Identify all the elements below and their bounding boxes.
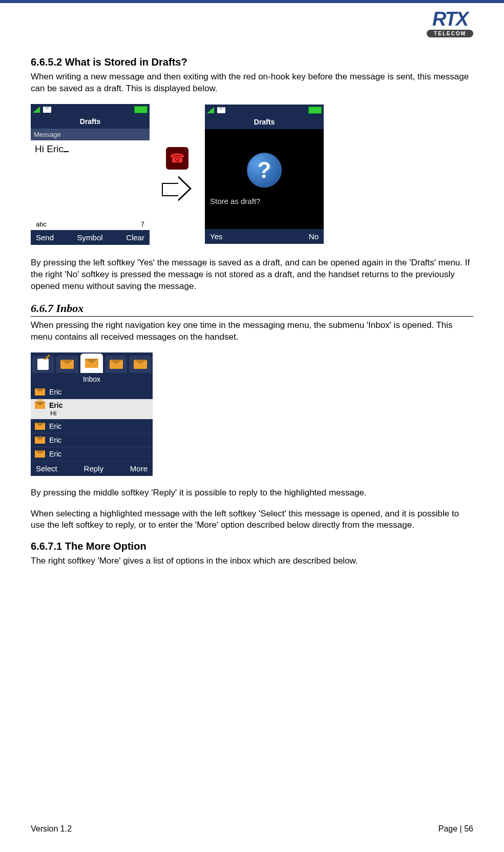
list-item-selected[interactable]: Eric Hi bbox=[31, 399, 153, 420]
arrow-right-icon bbox=[162, 176, 193, 201]
screen-inbox: Inbox Eric Eric Hi Eric bbox=[31, 352, 153, 476]
question-icon: ? bbox=[247, 153, 282, 188]
softkey-more[interactable]: More bbox=[130, 464, 148, 473]
para-1: When writing a new message and then exit… bbox=[31, 71, 473, 95]
softkey-symbol[interactable]: Symbol bbox=[77, 233, 103, 242]
softkey-reply[interactable]: Reply bbox=[84, 464, 103, 473]
figure-drafts-flow: Drafts Message Hi Eric abc 7 Send Symbol… bbox=[31, 104, 473, 245]
heading-667: 6.6.7 Inbox bbox=[31, 302, 473, 317]
inbox-list: Eric Eric Hi Eric Eric bbox=[31, 385, 153, 461]
sender-name: Eric bbox=[49, 436, 61, 444]
para-3: When pressing the right navigation key o… bbox=[31, 320, 473, 343]
envelope-icon bbox=[35, 388, 45, 396]
logo: RTX TELECOM bbox=[427, 9, 473, 37]
open-envelope-icon bbox=[85, 359, 98, 368]
logo-subtext: TELECOM bbox=[427, 30, 473, 37]
screen-store-dialog: Drafts ? Store as draft? Yes No bbox=[205, 105, 324, 244]
battery-icon bbox=[134, 106, 148, 113]
tab-settings[interactable] bbox=[129, 356, 152, 373]
screen-title: Drafts bbox=[31, 115, 150, 129]
sender-name: Eric bbox=[49, 422, 61, 430]
sender-name: Eric bbox=[49, 450, 61, 458]
screen-title: Drafts bbox=[205, 116, 324, 129]
logo-text: RTX bbox=[432, 9, 468, 29]
envelope-icon bbox=[134, 360, 147, 369]
screen-drafts-compose: Drafts Message Hi Eric abc 7 Send Symbol… bbox=[31, 104, 150, 245]
softkey-send[interactable]: Send bbox=[36, 233, 54, 242]
para-4: By pressing the middle softkey 'Reply' i… bbox=[31, 487, 473, 499]
heading-6652: 6.6.5.2 What is Stored in Drafts? bbox=[31, 56, 473, 68]
signal-icon bbox=[207, 107, 214, 113]
input-mode: abc bbox=[36, 220, 47, 228]
envelope-icon bbox=[110, 360, 123, 369]
signal-icon bbox=[33, 107, 40, 113]
softkey-no[interactable]: No bbox=[309, 232, 319, 241]
envelope-icon bbox=[60, 360, 74, 369]
softkey-clear[interactable]: Clear bbox=[126, 233, 144, 242]
tab-drafts[interactable] bbox=[56, 356, 79, 373]
message-label: Message bbox=[31, 129, 150, 140]
sender-name: Eric bbox=[49, 401, 62, 409]
tab-sent[interactable] bbox=[105, 356, 128, 373]
dialog-prompt: Store as draft? bbox=[205, 197, 260, 205]
heading-6671: 6.6.7.1 The More Option bbox=[31, 541, 473, 552]
envelope-icon bbox=[35, 450, 45, 458]
version-label: Version 1.2 bbox=[31, 824, 72, 834]
tab-inbox[interactable] bbox=[80, 354, 103, 373]
list-item[interactable]: Eric bbox=[31, 447, 153, 461]
tab-compose[interactable] bbox=[32, 356, 54, 373]
envelope-icon bbox=[35, 423, 45, 430]
list-item[interactable]: Eric bbox=[31, 420, 153, 433]
sender-name: Eric bbox=[49, 388, 61, 396]
para-2: By pressing the left softkey 'Yes' the m… bbox=[31, 257, 473, 293]
message-preview: Hi bbox=[35, 409, 56, 417]
list-item[interactable]: Eric bbox=[31, 385, 153, 399]
on-hook-key-icon: ☎ bbox=[166, 147, 188, 170]
inbox-title: Inbox bbox=[31, 373, 153, 385]
message-input[interactable]: Hi Eric bbox=[31, 140, 150, 218]
envelope-icon bbox=[35, 437, 45, 444]
para-6: The right softkey 'More' gives a list of… bbox=[31, 555, 473, 567]
para-5: When selecting a highlighted message wit… bbox=[31, 508, 473, 532]
page-number: Page | 56 bbox=[438, 824, 473, 834]
message-icon bbox=[217, 107, 225, 113]
battery-icon bbox=[308, 107, 322, 114]
softkey-select[interactable]: Select bbox=[36, 464, 57, 473]
compose-icon bbox=[37, 359, 49, 370]
open-envelope-icon bbox=[35, 402, 45, 409]
softkey-yes[interactable]: Yes bbox=[210, 232, 222, 241]
char-count: 7 bbox=[141, 220, 144, 228]
list-item[interactable]: Eric bbox=[31, 433, 153, 447]
message-icon bbox=[43, 107, 51, 113]
header-rule bbox=[0, 0, 504, 3]
